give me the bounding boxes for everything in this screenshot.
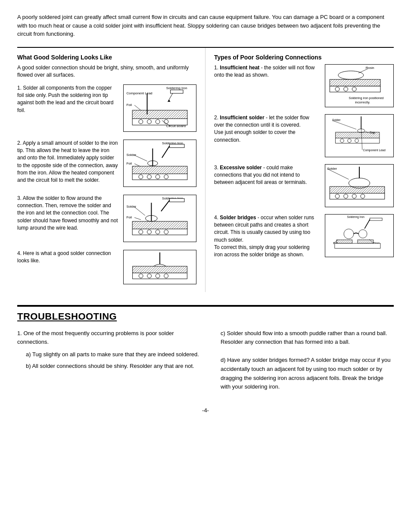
svg-text:Solder: Solder — [332, 118, 341, 121]
poor-item-1-diagram: Rosin Soldering iron positioned incorrec… — [325, 64, 394, 107]
svg-rect-43 — [132, 221, 187, 229]
trouble-sub-a: a) Tug slightly on all parts to make sur… — [26, 350, 199, 359]
svg-point-76 — [340, 139, 344, 143]
svg-text:Foil: Foil — [126, 161, 132, 165]
svg-rect-52 — [133, 266, 187, 273]
step-1-text: 1. Solder all components from the copper… — [17, 84, 119, 115]
svg-point-60 — [338, 71, 364, 79]
svg-point-55 — [147, 274, 152, 278]
trouble-sub-d: d) Have any solder bridges formed? A sol… — [221, 356, 394, 392]
poor-soldering-title: Types of Poor Soldering Connections — [214, 54, 394, 61]
svg-point-91 — [344, 194, 348, 198]
svg-text:Solder: Solder — [126, 205, 136, 208]
good-soldering-subtitle: A good solder connection should be brigh… — [17, 64, 196, 79]
svg-line-87 — [327, 168, 349, 179]
svg-rect-22 — [170, 144, 184, 147]
svg-line-97 — [364, 219, 370, 228]
step-1-diagram: Soldering Iron Component Lead Foil Circu… — [123, 84, 196, 132]
svg-text:Component Lead: Component Lead — [363, 149, 386, 152]
svg-point-90 — [335, 194, 339, 198]
trouble-left-col: 1. One of the most frequently occurring … — [17, 329, 199, 395]
svg-point-93 — [361, 194, 365, 198]
svg-line-73 — [332, 120, 356, 129]
svg-rect-105 — [358, 240, 374, 243]
svg-point-48 — [164, 230, 168, 234]
svg-text:incorrectly.: incorrectly. — [355, 100, 370, 104]
troubleshooting-title: TROUBLESHOOTING — [17, 311, 394, 322]
svg-point-30 — [147, 174, 152, 179]
section-divider — [17, 305, 394, 307]
svg-rect-88 — [330, 186, 384, 193]
svg-line-39 — [161, 200, 170, 211]
poor-item-2: 2. Insufficient solder - let the solder … — [214, 114, 394, 157]
svg-line-26 — [134, 163, 140, 166]
svg-point-54 — [139, 274, 143, 278]
svg-point-56 — [156, 274, 160, 278]
step-2-diagram: Soldering Iron Solder Foil — [123, 140, 196, 187]
svg-line-10 — [134, 105, 141, 110]
intro-text: A poorly soldered joint can greatly affe… — [17, 13, 394, 38]
poor-item-1: 1. Insufficient heat - the solder will n… — [214, 64, 394, 107]
trouble-sub-b: b) All solder connections should be shin… — [26, 362, 199, 371]
svg-point-15 — [156, 119, 160, 124]
svg-line-42 — [134, 218, 141, 220]
poor-item-1-text: 1. Insufficient heat - the solder will n… — [214, 64, 319, 79]
poor-item-2-diagram: Solder Gap — [325, 114, 394, 157]
svg-rect-8 — [171, 90, 183, 93]
svg-point-99 — [358, 230, 367, 238]
svg-text:Solder: Solder — [327, 166, 337, 170]
poor-item-3-diagram: Solder — [325, 164, 394, 207]
trouble-sub-c: c) Solder should flow into a smooth pudd… — [221, 329, 394, 347]
svg-point-78 — [355, 139, 359, 143]
svg-text:Foil: Foil — [126, 103, 132, 107]
svg-point-45 — [139, 230, 143, 234]
svg-text:Solder: Solder — [126, 153, 136, 157]
poor-item-3: 3. Excessive solder - could make connect… — [214, 164, 394, 207]
svg-text:Component Lead: Component Lead — [126, 91, 152, 95]
svg-rect-11 — [132, 110, 187, 118]
svg-point-66 — [352, 87, 356, 91]
svg-text:Foil: Foil — [126, 215, 132, 219]
svg-text:Soldering Iron: Soldering Iron — [347, 215, 364, 219]
step-3-diagram: Soldering Iron Solder Foil — [123, 195, 196, 242]
svg-rect-104 — [336, 240, 352, 243]
svg-point-16 — [164, 119, 168, 124]
svg-point-14 — [147, 119, 152, 124]
step-2-text: 2. Apply a small amount of solder to the… — [17, 140, 119, 184]
svg-line-61 — [358, 68, 368, 73]
svg-point-46 — [147, 230, 152, 234]
svg-rect-96 — [370, 218, 383, 221]
troubleshooting-content: 1. One of the most frequently occurring … — [17, 329, 394, 395]
svg-rect-27 — [132, 166, 187, 174]
svg-point-31 — [156, 174, 160, 179]
trouble-right-col: c) Solder should flow into a smooth pudd… — [212, 329, 394, 395]
svg-text:Gap: Gap — [370, 131, 375, 134]
step-3-text: 3. Allow the solder to flow around the c… — [17, 195, 119, 232]
svg-point-57 — [164, 274, 168, 278]
poor-item-2-text: 2. Insufficient solder - let the solder … — [214, 114, 319, 144]
step-1-row: 1. Solder all components from the copper… — [17, 84, 196, 132]
svg-point-13 — [139, 119, 143, 124]
svg-text:Soldering iron positioned: Soldering iron positioned — [349, 96, 384, 100]
poor-soldering-section: Types of Poor Soldering Connections 1. I… — [206, 48, 394, 292]
svg-rect-62 — [330, 79, 380, 86]
step-3-row: 3. Allow the solder to flow around the c… — [17, 195, 196, 242]
svg-marker-7 — [168, 100, 171, 102]
poor-item-4: 4. Solder bridges - occur when solder ru… — [214, 214, 394, 259]
good-soldering-title: What Good Soldering Looks Like — [17, 54, 196, 61]
svg-point-77 — [348, 139, 352, 143]
step-2-row: 2. Apply a small amount of solder to the… — [17, 140, 196, 187]
step-4-text: 4. Here is what a good solder connection… — [17, 250, 119, 265]
svg-line-41 — [134, 207, 145, 215]
poor-item-4-text: 4. Solder bridges - occur when solder ru… — [214, 214, 319, 259]
svg-line-25 — [134, 155, 147, 161]
svg-text:Soldering Iron: Soldering Iron — [166, 86, 187, 90]
poor-item-3-text: 3. Excessive solder - could make connect… — [214, 164, 319, 187]
poor-item-4-diagram: Soldering Iron Foil Drag — [325, 214, 394, 257]
svg-point-64 — [335, 87, 339, 91]
svg-rect-38 — [170, 198, 184, 202]
step-4-diagram — [123, 250, 196, 284]
svg-point-29 — [139, 174, 143, 179]
svg-point-47 — [156, 230, 160, 234]
svg-line-23 — [162, 146, 170, 157]
